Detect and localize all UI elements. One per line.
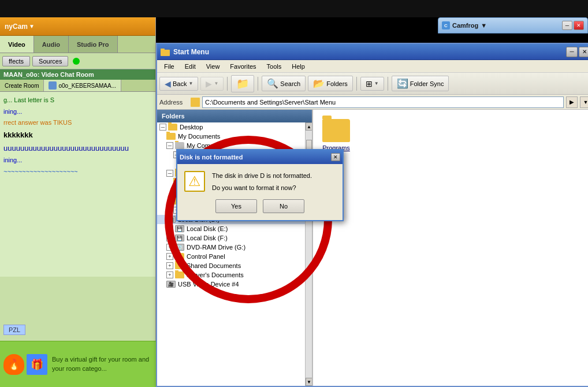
menu-edit[interactable]: Edit bbox=[180, 62, 200, 71]
toolbar-separator-4 bbox=[388, 77, 388, 91]
forward-icon: ▶ bbox=[206, 79, 212, 88]
chat-line: ~~~~~~~~~~~~~~~~~~~~ bbox=[3, 167, 152, 177]
camfrog-title: C Camfrog ▼ bbox=[442, 21, 487, 29]
folders-icon: 📂 bbox=[313, 78, 325, 89]
tree-item-local-disk-f[interactable]: + 💾 Local Disk (F:) bbox=[157, 233, 312, 243]
expand-my-computer[interactable]: ─ bbox=[166, 142, 173, 149]
disk-icon-usb: 🎥 bbox=[166, 281, 176, 288]
disk-icon-e: 💾 bbox=[175, 225, 184, 232]
camfrog-title-label: Camfrog bbox=[452, 22, 478, 29]
back-button[interactable]: ◀ Back ▼ bbox=[159, 77, 198, 91]
forward-button[interactable]: ▶ ▼ bbox=[200, 77, 224, 91]
up-folder-button[interactable]: 📁 bbox=[231, 75, 254, 92]
explorer-minimize-button[interactable]: ─ bbox=[566, 47, 578, 57]
expand-desktop[interactable]: ─ bbox=[159, 124, 166, 131]
disk-icon-g: 💿 bbox=[175, 244, 184, 251]
forward-dropdown-arrow: ▼ bbox=[214, 81, 218, 86]
nycam-bar: nyCam ▼ bbox=[0, 17, 155, 36]
app-tabs: Video Audio Studio Pro bbox=[0, 36, 155, 53]
tree-item-control-panel[interactable]: + Control Panel bbox=[157, 252, 312, 261]
camfrog-close-button[interactable]: ✕ bbox=[574, 21, 584, 30]
view-button[interactable]: ⊞ ▼ bbox=[360, 77, 384, 91]
dialog-close-button[interactable]: ✕ bbox=[331, 153, 340, 161]
scrollbar-down-button[interactable]: ▼ bbox=[306, 378, 312, 386]
menu-tools[interactable]: Tools bbox=[262, 62, 286, 71]
back-icon: ◀ bbox=[165, 79, 171, 88]
dialog-title-text: Disk is not formatted bbox=[180, 154, 243, 161]
dialog-yes-button[interactable]: Yes bbox=[215, 199, 257, 213]
folder-sync-button[interactable]: 🔄 Folder Sync bbox=[392, 76, 449, 91]
bottom-promo-bar: 🔥 🎁 Buy a virtual gift for your room and… bbox=[0, 341, 156, 387]
address-folder-icon bbox=[191, 98, 200, 107]
folder-icon-desktop bbox=[168, 124, 177, 131]
sub-tab-create-room[interactable]: Create Room bbox=[0, 80, 44, 91]
gift-icon: 🎁 bbox=[27, 354, 47, 375]
disk-icon-f: 💾 bbox=[175, 235, 184, 241]
address-dropdown-button[interactable]: ▼ bbox=[580, 96, 588, 108]
nycam-label: nyCam bbox=[5, 23, 28, 31]
folders-button[interactable]: 📂 Folders bbox=[308, 76, 353, 91]
tree-item-servers-documents[interactable]: + Server's Documents bbox=[157, 270, 312, 280]
expand-dvd-g[interactable]: + bbox=[166, 244, 173, 251]
tree-item-usb-video[interactable]: 🎥 USB Video Device #4 bbox=[157, 280, 312, 289]
tree-item-local-disk-e[interactable]: + 💾 Local Disk (E:) bbox=[157, 224, 312, 233]
expand-control-panel[interactable]: + bbox=[166, 253, 173, 260]
camfrog-window-controls: ─ ✕ bbox=[562, 21, 584, 30]
dialog-message: The disk in drive D is not formatted. Do… bbox=[212, 171, 312, 192]
expand-shared-documents[interactable]: + bbox=[166, 262, 173, 269]
sub-tab-room[interactable]: o0o_KEBERSAMAA... bbox=[44, 80, 121, 91]
search-button[interactable]: 🔍 Search bbox=[262, 76, 306, 91]
sources-button[interactable]: Sources bbox=[32, 56, 68, 66]
tree-item-my-documents[interactable]: My Documents bbox=[157, 132, 312, 141]
chat-line: ining... bbox=[3, 107, 152, 117]
chat-line: ining... bbox=[3, 155, 152, 166]
camfrog-dropdown-arrow: ▼ bbox=[481, 22, 487, 29]
back-dropdown-arrow: ▼ bbox=[188, 81, 193, 86]
folder-display-programs[interactable]: Programs bbox=[322, 119, 350, 151]
chat-line: kkkkkkk bbox=[3, 129, 152, 142]
tree-item-dvd-ram-g[interactable]: + 💿 DVD-RAM Drive (G:) bbox=[157, 243, 312, 252]
folder-sync-icon: 🔄 bbox=[397, 78, 408, 89]
chat-line: rrect answer was TIKUS bbox=[3, 118, 152, 128]
scrollbar-up-button[interactable]: ▲ bbox=[306, 122, 312, 131]
menu-file[interactable]: File bbox=[159, 62, 179, 71]
folder-icon-control-panel bbox=[175, 253, 184, 260]
search-icon: 🔍 bbox=[267, 78, 278, 89]
explorer-title-icon bbox=[161, 47, 170, 57]
menu-view[interactable]: View bbox=[202, 62, 225, 71]
effects-button[interactable]: ffects bbox=[2, 56, 30, 66]
address-bar: Address ▶ ▼ bbox=[157, 95, 588, 110]
dialog-no-button[interactable]: No bbox=[263, 199, 304, 213]
address-go-button[interactable]: ▶ bbox=[566, 96, 578, 108]
disk-icon-d: 💾 bbox=[166, 216, 176, 223]
pzl-badge: PZL bbox=[3, 325, 25, 335]
camfrog-minimize-button[interactable]: ─ bbox=[562, 21, 572, 30]
expand-servers-documents[interactable]: + bbox=[166, 271, 173, 278]
dialog-body: The disk in drive D is not formatted. Do… bbox=[177, 164, 343, 220]
expand-unknown[interactable]: ─ bbox=[166, 170, 173, 177]
view-icon: ⊞ bbox=[366, 79, 373, 88]
tab-video[interactable]: Video bbox=[0, 36, 34, 53]
expand-local-disk-e[interactable]: + bbox=[166, 225, 173, 232]
menu-favorites[interactable]: Favorites bbox=[225, 62, 260, 71]
tab-studio-pro[interactable]: Studio Pro bbox=[69, 36, 118, 53]
warning-icon bbox=[184, 171, 205, 192]
camfrog-icon: C bbox=[442, 21, 450, 29]
explorer-titlebar: Start Menu ─ ✕ bbox=[157, 44, 588, 60]
address-input[interactable] bbox=[202, 96, 564, 108]
folder-icon-documents bbox=[166, 133, 176, 140]
controls-row: ffects Sources bbox=[0, 53, 155, 69]
tree-item-shared-documents[interactable]: + Shared Documents bbox=[157, 261, 312, 270]
top-black-bar bbox=[0, 0, 588, 17]
expand-local-disk-f[interactable]: + bbox=[166, 235, 173, 241]
view-dropdown-arrow: ▼ bbox=[374, 81, 379, 86]
dialog-buttons: Yes No bbox=[184, 199, 336, 213]
explorer-close-button[interactable]: ✕ bbox=[579, 47, 588, 57]
chat-content: g... Last letter is S ining... rrect ans… bbox=[0, 92, 155, 277]
tree-item-desktop[interactable]: ─ Desktop bbox=[157, 122, 312, 132]
menu-help[interactable]: Help bbox=[287, 62, 310, 71]
tab-audio[interactable]: Audio bbox=[34, 36, 69, 53]
camfrog-titlebar: C Camfrog ▼ ─ ✕ bbox=[438, 17, 588, 34]
toolbar-separator-1 bbox=[227, 77, 228, 91]
nycam-dropdown-arrow[interactable]: ▼ bbox=[29, 23, 35, 29]
